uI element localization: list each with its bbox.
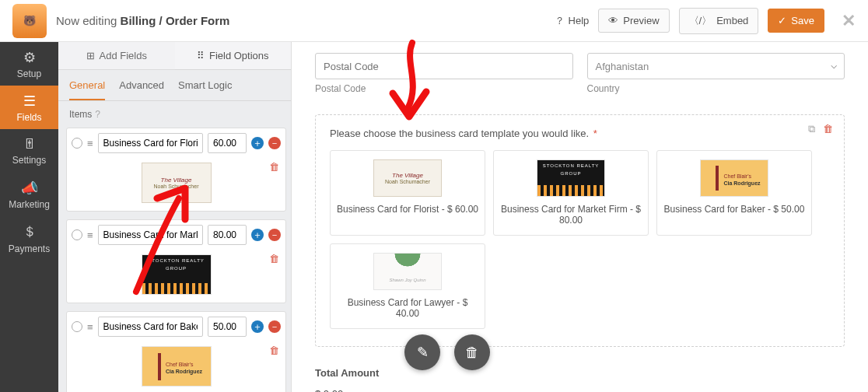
item-name-input[interactable] (98, 317, 203, 337)
items-list[interactable]: ≡ ＋ － 🗑 The Village Noah Schumacher ≡ ＋ … (58, 124, 291, 392)
item-row: ≡ ＋ － 🗑 STOCKTON REALTY GROUP (66, 219, 286, 303)
card-thumb: Chef Blair's Cia Rodriguez (699, 159, 769, 198)
item-name-input[interactable] (98, 225, 203, 245)
nav-marketing-label: Marketing (9, 199, 50, 210)
list-icon: ☰ (23, 93, 36, 110)
card-thumb: Shawn Joy Quinn (373, 252, 443, 291)
item-row: ≡ ＋ － 🗑 The Village Noah Schumacher (66, 128, 286, 212)
item-price-input[interactable] (208, 317, 247, 337)
baker-mid: Cia Rodriguez (723, 180, 760, 186)
subtab-advanced[interactable]: Advanced (119, 79, 164, 100)
nav-fields-label: Fields (16, 112, 41, 123)
remove-item-button[interactable]: － (268, 229, 281, 241)
nav-payments[interactable]: ＄ Payments (0, 216, 58, 260)
florist-subtitle: Noah Schumacher (385, 179, 430, 184)
subtab-smart-logic[interactable]: Smart Logic (178, 79, 232, 100)
card-thumb: STOCKTON REALTY GROUP (536, 159, 606, 198)
lawyer-leaf (392, 254, 423, 271)
market-top: STOCKTON REALTY (543, 163, 600, 168)
tab-field-options[interactable]: ⠿ Field Options (175, 42, 292, 70)
help-icon: ？ (555, 14, 565, 28)
delete-field-fab[interactable]: 🗑 (454, 334, 490, 370)
item-body: 🗑 STOCKTON REALTY GROUP (67, 250, 285, 303)
nav-fields[interactable]: ☰ Fields (0, 86, 58, 129)
item-price-input[interactable] (208, 133, 247, 153)
card-caption: Business Card for Baker - $ 50.00 (662, 204, 807, 215)
florist-title: The Village (161, 177, 192, 184)
add-item-button[interactable]: ＋ (251, 229, 264, 241)
subtab-general[interactable]: General (69, 79, 105, 100)
wpforms-logo: 🐻 (12, 4, 47, 38)
items-heading: Items ? (58, 101, 291, 124)
add-item-button[interactable]: ＋ (251, 320, 264, 333)
drag-handle-icon[interactable]: ≡ (87, 138, 93, 149)
baker-bar (158, 353, 161, 380)
delete-image-button[interactable]: 🗑 (269, 345, 279, 356)
card-option[interactable]: The Village Noah Schumacher Business Car… (330, 150, 485, 236)
item-radio[interactable] (72, 229, 82, 240)
total-label: Total Amount (315, 367, 845, 379)
field-toolbar: ⧉ 🗑 (808, 123, 833, 135)
postal-code-input[interactable] (315, 53, 573, 79)
close-builder-button[interactable]: ✕ (842, 11, 856, 31)
top-left: 🐻 Now editing Billing / Order Form (12, 4, 229, 38)
item-price-input[interactable] (208, 225, 247, 245)
plus-panel-icon: ⊞ (86, 50, 95, 61)
edit-field-fab[interactable]: ✎ (404, 334, 440, 370)
florist-thumb: The Village Noah Schumacher (142, 163, 212, 203)
delete-field-button[interactable]: 🗑 (823, 123, 833, 135)
top-actions: ？ Help 👁 Preview 〈/〉 Embed ✓ Save ✕ (555, 8, 856, 34)
form-name: Billing / Order Form (121, 14, 230, 27)
baker-top: Chef Blair's (723, 173, 751, 179)
floating-field-actions: ✎ 🗑 (404, 334, 490, 370)
duplicate-field-button[interactable]: ⧉ (808, 123, 815, 135)
business-card-field[interactable]: ⧉ 🗑 Please choose the business card temp… (315, 114, 845, 347)
card-caption: Business Card for Market Firm - $ 80.00 (499, 204, 643, 226)
drag-handle-icon[interactable]: ≡ (87, 229, 93, 241)
save-button[interactable]: ✓ Save (768, 9, 824, 33)
field-options-sidebar: ⊞ Add Fields ⠿ Field Options General Adv… (58, 42, 292, 392)
item-body: 🗑 The Village Noah Schumacher (67, 158, 285, 211)
nav-settings[interactable]: 🎚 Settings (0, 129, 58, 173)
tab-add-fields-label: Add Fields (100, 50, 147, 61)
item-name-input[interactable] (98, 133, 203, 153)
form-preview-canvas[interactable]: Postal Code Afghanistan Country ⧉ 🗑 Plea… (292, 42, 868, 392)
card-option[interactable]: Chef Blair's Cia Rodriguez Business Card… (656, 150, 812, 236)
nav-marketing[interactable]: 📣 Marketing (0, 173, 58, 216)
card-option[interactable]: STOCKTON REALTY GROUP Business Card for … (493, 150, 649, 236)
market-skyline (142, 283, 211, 294)
market-thumb: STOCKTON REALTY GROUP (142, 254, 212, 295)
remove-item-button[interactable]: － (268, 137, 281, 149)
embed-button[interactable]: 〈/〉 Embed (679, 8, 759, 34)
help-link[interactable]: ？ Help (555, 14, 590, 28)
drag-handle-icon[interactable]: ≡ (87, 321, 93, 333)
eye-icon: 👁 (608, 15, 618, 26)
options-icon: ⠿ (197, 50, 205, 61)
tab-add-fields[interactable]: ⊞ Add Fields (58, 42, 175, 70)
delete-image-button[interactable]: 🗑 (269, 161, 279, 173)
add-item-button[interactable]: ＋ (251, 137, 264, 149)
nav-setup[interactable]: ⚙ Setup (0, 42, 58, 86)
delete-image-button[interactable]: 🗑 (269, 253, 279, 264)
lawyer-sub: Shawn Joy Quinn (389, 278, 425, 282)
help-tip-icon[interactable]: ? (95, 109, 100, 120)
postal-col: Postal Code (315, 53, 573, 94)
card-option[interactable]: Shawn Joy Quinn Business Card for Lawyer… (330, 243, 485, 329)
market-skyline (537, 185, 604, 196)
country-select[interactable]: Afghanistan (587, 53, 845, 79)
nav-payments-label: Payments (9, 243, 50, 254)
card-caption: Business Card for Lawyer - $ 40.00 (335, 297, 480, 319)
country-col: Afghanistan Country (587, 53, 845, 94)
sidebar-tabs: ⊞ Add Fields ⠿ Field Options (58, 42, 291, 70)
item-row-head: ≡ ＋ － (67, 220, 285, 250)
market-thumb: STOCKTON REALTY GROUP (537, 159, 605, 197)
baker-bar (716, 166, 719, 191)
remove-item-button[interactable]: － (268, 320, 281, 333)
page-title: Now editing Billing / Order Form (56, 14, 229, 27)
lawyer-thumb: Shawn Joy Quinn (373, 253, 442, 290)
market-top2: GROUP (166, 266, 187, 271)
item-radio[interactable] (72, 321, 82, 332)
item-radio[interactable] (72, 138, 82, 149)
item-row-head: ≡ ＋ － (67, 128, 285, 158)
preview-button[interactable]: 👁 Preview (598, 9, 669, 33)
